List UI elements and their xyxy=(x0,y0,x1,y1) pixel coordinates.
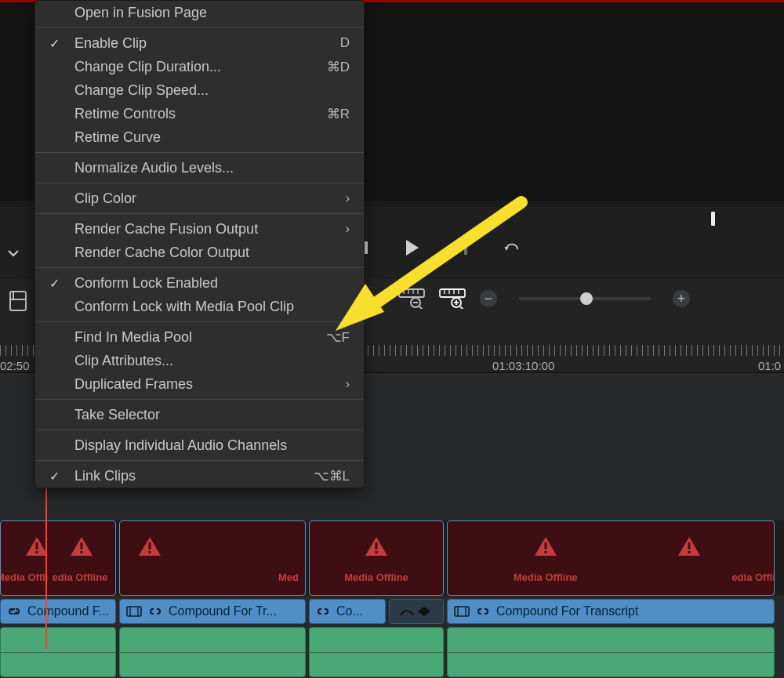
menu-render-cache-fusion[interactable]: Render Cache Fusion Output› xyxy=(35,217,364,241)
timecode-label: 01:0 xyxy=(758,359,781,372)
chevron-right-icon: › xyxy=(346,191,350,205)
zoom-in-button[interactable]: + xyxy=(673,290,690,307)
svg-rect-38 xyxy=(544,542,546,549)
svg-rect-43 xyxy=(127,607,141,616)
svg-marker-46 xyxy=(418,607,430,616)
menu-conform-lock-enabled[interactable]: ✓Conform Lock Enabled xyxy=(35,271,364,295)
menu-separator xyxy=(35,267,364,268)
chevron-right-icon: › xyxy=(346,222,350,236)
zoom-out-button[interactable]: − xyxy=(480,290,497,307)
media-offline-label: Media Offline xyxy=(514,571,578,583)
link-icon xyxy=(7,605,21,618)
playhead-marker xyxy=(711,212,715,226)
menu-take-selector[interactable]: Take Selector xyxy=(35,403,364,426)
svg-rect-41 xyxy=(688,542,690,549)
menu-clip-attributes[interactable]: Clip Attributes... xyxy=(35,349,364,372)
compound-clip[interactable]: Compound For Transcript xyxy=(447,599,775,624)
title-track: Compound F... Compound For Tr... Co... C… xyxy=(0,599,784,624)
video-clip[interactable]: Media Offli edia Offline xyxy=(0,520,116,596)
shelf-icon[interactable] xyxy=(8,285,28,317)
svg-marker-1 xyxy=(406,240,419,256)
menu-conform-lock-media-pool[interactable]: Conform Lock with Media Pool Clip xyxy=(35,295,364,318)
zoom-in-ruler-icon[interactable] xyxy=(439,288,466,309)
zoom-out-ruler-icon[interactable] xyxy=(398,288,425,309)
clip-label: Compound F... xyxy=(27,604,109,618)
link-icon xyxy=(148,605,162,618)
keyframe-icon xyxy=(399,604,434,618)
clip-label: Compound For Tr... xyxy=(169,604,277,618)
svg-rect-27 xyxy=(36,551,38,553)
check-icon: ✓ xyxy=(49,276,74,291)
video-clip[interactable]: Media Offline xyxy=(309,520,444,596)
menu-change-duration[interactable]: Change Clip Duration...⌘D xyxy=(35,55,364,78)
timecode-label: 01:03:10:00 xyxy=(492,359,554,372)
link-icon xyxy=(316,605,330,618)
svg-rect-16 xyxy=(440,289,465,297)
menu-retime-controls[interactable]: Retime Controls⌘R xyxy=(35,102,364,125)
menu-display-audio-channels[interactable]: Display Individual Audio Channels xyxy=(35,433,364,457)
menu-separator xyxy=(35,460,364,461)
video-clip[interactable]: Media Offline edia Offli xyxy=(447,520,775,596)
clip-label: Compound For Transcript xyxy=(496,604,638,618)
svg-rect-3 xyxy=(464,241,467,255)
menu-separator xyxy=(35,399,364,400)
zoom-slider-knob[interactable] xyxy=(580,292,593,305)
video-clip[interactable]: Med xyxy=(119,520,306,596)
svg-marker-2 xyxy=(455,241,463,255)
media-offline-label: edia Offli xyxy=(731,571,775,583)
svg-rect-8 xyxy=(399,289,424,297)
chevron-down-icon[interactable] xyxy=(8,249,19,257)
play-button[interactable] xyxy=(403,239,420,256)
svg-rect-47 xyxy=(455,607,469,616)
media-offline-label: Media Offli xyxy=(0,571,48,583)
compound-clip[interactable]: Compound For Tr... xyxy=(119,599,306,624)
menu-clip-color[interactable]: Clip Color› xyxy=(35,187,364,210)
menu-retime-curve[interactable]: Retime Curve xyxy=(35,125,364,149)
warning-icon xyxy=(364,535,389,557)
warning-icon xyxy=(677,535,702,557)
menu-separator xyxy=(35,27,364,28)
check-icon: ✓ xyxy=(49,36,74,51)
svg-line-24 xyxy=(460,306,463,309)
menu-separator xyxy=(35,321,364,322)
keyframe-clip[interactable] xyxy=(389,599,444,624)
clip-icon xyxy=(454,606,470,617)
audio-clip[interactable] xyxy=(447,627,775,677)
svg-rect-32 xyxy=(148,542,151,549)
warning-icon xyxy=(137,535,162,557)
menu-render-cache-color[interactable]: Render Cache Color Output xyxy=(35,241,364,264)
svg-rect-36 xyxy=(376,551,378,553)
svg-rect-33 xyxy=(148,551,151,553)
svg-rect-30 xyxy=(81,551,83,553)
audio-clip[interactable] xyxy=(309,627,444,677)
menu-link-clips[interactable]: ✓Link Clips⌥⌘L xyxy=(35,464,364,488)
menu-separator xyxy=(35,213,364,214)
audio-track xyxy=(0,627,784,678)
next-button[interactable] xyxy=(453,239,470,256)
clip-label: Co... xyxy=(336,604,363,618)
menu-open-fusion[interactable]: Open in Fusion Page xyxy=(35,1,364,24)
svg-rect-26 xyxy=(36,542,38,549)
svg-rect-42 xyxy=(688,551,690,553)
menu-duplicated-frames[interactable]: Duplicated Frames› xyxy=(35,372,364,396)
timecode-label: 02:50 xyxy=(0,359,30,372)
clip-context-menu: Open in Fusion Page ✓Enable ClipD Change… xyxy=(34,0,365,488)
menu-separator xyxy=(35,183,364,183)
svg-line-15 xyxy=(419,306,423,309)
check-icon: ✓ xyxy=(49,469,74,484)
chevron-right-icon: › xyxy=(346,377,350,391)
loop-button[interactable] xyxy=(503,239,521,256)
zoom-slider[interactable] xyxy=(519,297,651,300)
media-offline-label: Med xyxy=(278,571,299,583)
svg-rect-35 xyxy=(376,542,378,549)
menu-normalize-audio[interactable]: Normalize Audio Levels... xyxy=(35,156,364,179)
menu-enable-clip[interactable]: ✓Enable ClipD xyxy=(35,31,364,55)
menu-separator xyxy=(35,152,364,153)
video-track: Media Offli edia Offline Med Media Offli… xyxy=(0,520,784,596)
compound-clip[interactable]: Co... xyxy=(309,599,386,624)
menu-change-speed[interactable]: Change Clip Speed... xyxy=(35,78,364,102)
menu-find-in-media-pool[interactable]: Find In Media Pool⌥F xyxy=(35,325,364,349)
audio-clip[interactable] xyxy=(119,627,306,677)
audio-clip[interactable] xyxy=(0,627,116,677)
compound-clip[interactable]: Compound F... xyxy=(0,599,116,624)
